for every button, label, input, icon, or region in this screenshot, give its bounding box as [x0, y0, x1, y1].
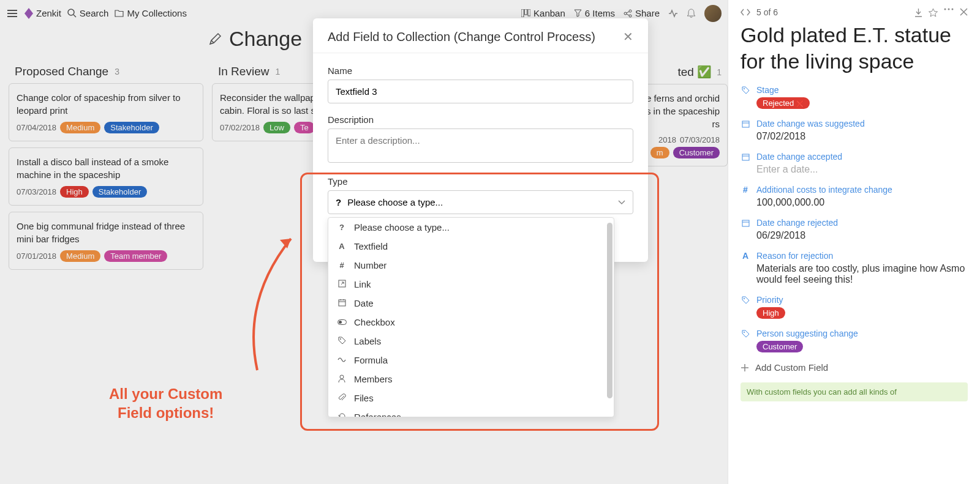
calendar-icon — [741, 218, 750, 228]
type-option-number[interactable]: #Number — [328, 256, 614, 275]
item-counter: 5 of 6 — [756, 7, 778, 17]
name-input[interactable] — [328, 80, 633, 103]
type-option-checkbox[interactable]: Checkbox — [328, 313, 614, 332]
svg-rect-11 — [339, 300, 345, 306]
add-custom-field-button[interactable]: Add Custom Field — [755, 362, 828, 373]
type-option-members[interactable]: Members — [328, 370, 614, 389]
download-icon[interactable] — [914, 8, 922, 17]
type-option-textfield[interactable]: ATextfield — [328, 237, 614, 256]
tag-icon — [741, 85, 750, 95]
type-option-date[interactable]: Date — [328, 294, 614, 313]
details-panel: 5 of 6 Gold plated E.T. statue for the l… — [728, 0, 980, 484]
svg-point-21 — [952, 8, 954, 10]
question-icon: ? — [337, 223, 347, 232]
close-icon[interactable]: ✕ — [623, 29, 633, 44]
svg-rect-23 — [742, 121, 749, 127]
close-icon[interactable] — [960, 8, 968, 16]
svg-rect-27 — [742, 220, 749, 226]
tag-icon — [741, 329, 750, 338]
dropdown-scrollbar[interactable] — [607, 223, 612, 398]
priority-badge[interactable]: High — [756, 307, 785, 319]
svg-point-19 — [944, 8, 946, 10]
type-label: Type — [328, 176, 633, 187]
type-option-placeholder[interactable]: ?Please choose a type... — [328, 218, 614, 237]
more-icon[interactable] — [944, 8, 954, 10]
type-option-labels[interactable]: Labels — [328, 332, 614, 351]
item-title[interactable]: Gold plated E.T. statue for the living s… — [741, 22, 968, 74]
references-icon — [337, 412, 347, 418]
member-icon — [337, 374, 347, 384]
type-option-formula[interactable]: Formula — [328, 351, 614, 370]
svg-point-17 — [340, 338, 341, 340]
hash-icon: # — [741, 185, 750, 195]
stage-badge[interactable]: Rejected ❌ — [756, 97, 810, 109]
formula-icon — [337, 356, 347, 365]
code-icon[interactable] — [741, 8, 750, 17]
hash-icon: # — [337, 261, 347, 270]
type-select[interactable]: ? Please choose a type... — [328, 190, 633, 214]
calendar-icon — [741, 152, 750, 162]
svg-point-29 — [744, 298, 745, 299]
description-input[interactable] — [328, 128, 633, 163]
text-icon: A — [337, 242, 347, 251]
type-dropdown: ?Please choose a type... ATextfield #Num… — [328, 217, 614, 417]
person-badge[interactable]: Customer — [756, 341, 803, 352]
type-option-link[interactable]: Link — [328, 275, 614, 294]
svg-rect-25 — [742, 154, 749, 160]
tag-icon — [337, 337, 347, 346]
modal-title: Add Field to Collection (Change Control … — [328, 30, 595, 44]
svg-point-16 — [339, 321, 342, 324]
hint-banner: With custom fields you can add all kinds… — [741, 382, 968, 401]
svg-point-30 — [744, 332, 745, 333]
chevron-down-icon — [618, 200, 625, 205]
tag-icon — [741, 295, 750, 305]
plus-icon[interactable] — [741, 363, 749, 372]
svg-point-18 — [340, 375, 344, 379]
svg-point-22 — [744, 88, 745, 89]
paperclip-icon — [337, 393, 347, 403]
svg-point-20 — [948, 8, 950, 10]
link-icon — [337, 280, 347, 289]
type-option-files[interactable]: Files — [328, 389, 614, 408]
type-option-references[interactable]: References — [328, 408, 614, 417]
calendar-icon — [741, 119, 750, 128]
text-icon: A — [741, 251, 750, 261]
calendar-icon — [337, 299, 347, 308]
name-label: Name — [328, 65, 633, 76]
description-label: Description — [328, 114, 633, 125]
star-icon[interactable] — [929, 8, 938, 17]
checkbox-icon — [337, 318, 347, 327]
